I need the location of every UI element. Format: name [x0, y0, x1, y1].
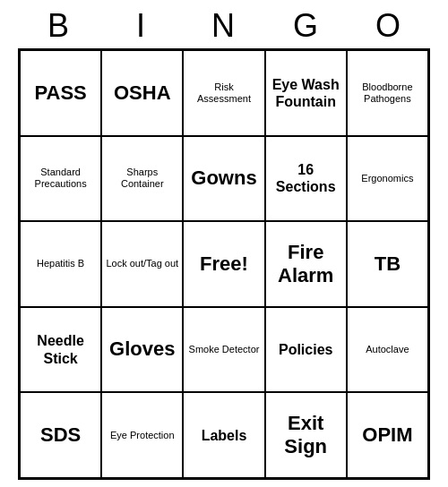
table-row: PASS: [20, 50, 101, 136]
table-row: OPIM: [347, 392, 428, 478]
title-i: I: [102, 7, 181, 45]
table-row: Sharps Container: [101, 136, 183, 222]
table-row: Hepatitis B: [20, 221, 101, 307]
table-row: Ergonomics: [347, 136, 428, 222]
title-g: G: [267, 7, 346, 45]
table-row: Smoke Detector: [183, 307, 264, 393]
table-row: 16 Sections: [265, 136, 347, 222]
table-row: Risk Assessment: [183, 50, 264, 136]
table-row: SDS: [20, 392, 101, 478]
table-row: Free!: [183, 221, 264, 307]
title-o: O: [349, 7, 428, 45]
table-row: Lock out/Tag out: [101, 221, 183, 307]
bingo-grid: PASSOSHARisk AssessmentEye Wash Fountain…: [18, 48, 430, 480]
table-row: Eye Protection: [101, 392, 183, 478]
table-row: Bloodborne Pathogens: [347, 50, 428, 136]
table-row: Labels: [183, 392, 264, 478]
table-row: Gowns: [183, 136, 264, 222]
table-row: OSHA: [101, 50, 183, 136]
table-row: Exit Sign: [265, 392, 347, 478]
table-row: Standard Precautions: [20, 136, 101, 222]
table-row: Fire Alarm: [265, 221, 347, 307]
table-row: TB: [347, 221, 428, 307]
title-b: B: [20, 7, 99, 45]
table-row: Gloves: [101, 307, 183, 393]
table-row: Eye Wash Fountain: [265, 50, 347, 136]
table-row: Policies: [265, 307, 347, 393]
table-row: Autoclave: [347, 307, 428, 393]
title-n: N: [185, 7, 263, 45]
table-row: Needle Stick: [20, 307, 101, 393]
bingo-title: B I N G O: [18, 7, 430, 45]
